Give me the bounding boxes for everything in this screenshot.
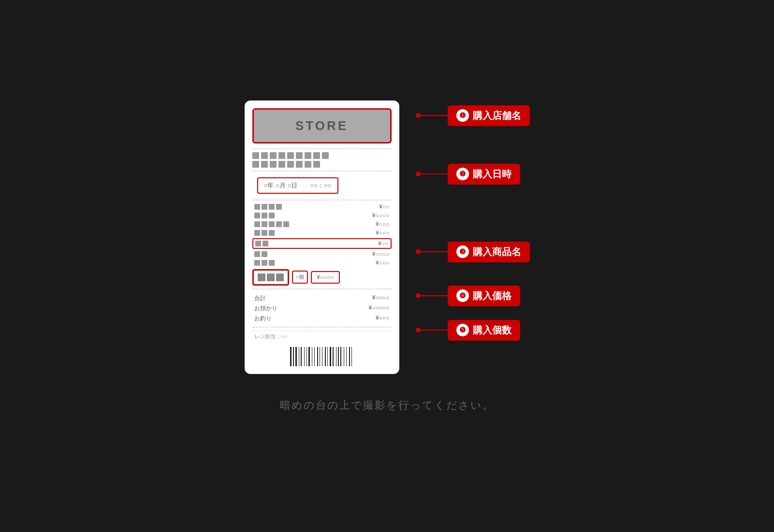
summary-change-row: お釣り ¥○○○ <box>252 314 392 324</box>
label-text-3: 購入商品名 <box>473 245 521 259</box>
connector-1 <box>419 115 448 116</box>
barcode <box>252 347 392 366</box>
connector-5 <box>419 330 448 331</box>
purchase-detail-row: ○個 ¥○○○○ <box>252 269 392 286</box>
label-item-1: ❶ 購入店舗名 <box>419 105 530 126</box>
item-row: ¥○○ <box>252 203 392 210</box>
label-text-5: 購入個数 <box>473 324 511 337</box>
items-section: ¥○○ ¥○○○○ ¥○○○ ¥○○○ <box>252 203 392 266</box>
main-container: STORE ○年 ○月 ○日 ○○：○○ ¥○○ <box>245 101 530 374</box>
item-row: ¥○○○○ <box>252 212 392 219</box>
purchase-name-box <box>252 269 289 286</box>
label-number-4: ❹ <box>456 289 469 302</box>
label-box-2: ❷ 購入日時 <box>448 164 520 185</box>
label-text-1: 購入店舗名 <box>473 109 521 122</box>
label-item-3: ❸ 購入商品名 <box>419 242 530 262</box>
label-item-4: ❹ 購入価格 <box>419 286 530 306</box>
label-box-1: ❶ 購入店舗名 <box>448 105 530 126</box>
store-name: STORE <box>295 118 348 133</box>
separator-1 <box>252 148 392 149</box>
datetime-box: ○年 ○月 ○日 ○○：○○ <box>257 177 338 194</box>
item-row: ¥○○○ <box>252 221 392 228</box>
summary-section: 合計 ¥○○○○ お預かり ¥○○○○○ お釣り ¥○○○ <box>252 293 392 324</box>
item-row-highlighted: ¥○○ <box>252 238 392 249</box>
labels-panel: ❶ 購入店舗名 ❷ 購入日時 ❸ 購入商品名 ❹ 購入価格 <box>419 101 530 349</box>
label-text-4: 購入価格 <box>473 289 511 302</box>
label-number-1: ❶ <box>456 109 469 122</box>
label-box-4: ❹ 購入価格 <box>448 286 520 306</box>
connector-2 <box>419 173 448 174</box>
label-number-5: ❺ <box>456 324 469 336</box>
label-item-2: ❷ 購入日時 <box>419 164 530 185</box>
item-row: ¥○○○ <box>252 259 392 266</box>
label-text-2: 購入日時 <box>473 168 511 181</box>
connector-4 <box>419 295 448 296</box>
store-header: STORE <box>252 108 392 144</box>
summary-deposit-row: お預かり ¥○○○○○ <box>252 303 392 314</box>
cashier-text: レジ担当：○○ <box>252 331 392 342</box>
pixel-rows-top <box>252 152 392 168</box>
label-box-3: ❸ 購入商品名 <box>448 242 530 262</box>
label-number-2: ❷ <box>456 168 469 180</box>
label-box-5: ❺ 購入個数 <box>448 320 520 341</box>
separator-5 <box>252 327 392 328</box>
count-box: ○個 <box>292 271 308 284</box>
separator-2 <box>252 171 392 172</box>
label-number-3: ❸ <box>456 245 469 258</box>
summary-total-row: 合計 ¥○○○○ <box>252 293 392 303</box>
separator-4 <box>252 288 392 289</box>
separator-3 <box>252 200 392 201</box>
item-row: ¥○○○○ <box>252 251 392 258</box>
label-item-5: ❺ 購入個数 <box>419 320 530 341</box>
connector-3 <box>419 251 448 252</box>
item-row: ¥○○○ <box>252 230 392 236</box>
price-box: ¥○○○○ <box>311 271 340 284</box>
datetime-value: ○年 ○月 ○日 ○○：○○ <box>264 182 332 189</box>
instruction-text: 暗めの台の上で撮影を行ってください。 <box>280 398 494 413</box>
receipt: STORE ○年 ○月 ○日 ○○：○○ ¥○○ <box>245 101 399 374</box>
